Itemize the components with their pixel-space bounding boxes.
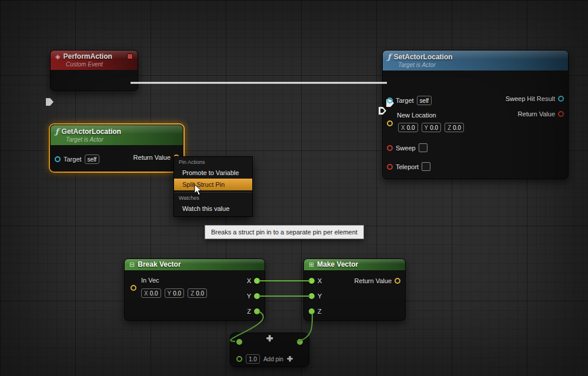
exec-out-pin[interactable] [379, 107, 386, 115]
teleport-checkbox[interactable] [422, 162, 430, 171]
node-header[interactable]: ⊞ Make Vector [304, 259, 405, 270]
node-title: GetActorLocation [62, 127, 121, 136]
target-pin[interactable] [387, 98, 393, 103]
target-pin[interactable] [55, 156, 61, 162]
node-title: Make Vector [317, 260, 358, 268]
sweep-hit-result-pin[interactable] [558, 96, 564, 102]
out-z-label: Z [247, 308, 251, 315]
node-title: PerformAction [63, 52, 112, 61]
node-add[interactable]: ✚ 1.0 Add pin ✚ [230, 333, 309, 367]
return-value-pin[interactable] [558, 111, 564, 117]
target-value-field[interactable]: self [85, 155, 100, 164]
sweep-pin[interactable] [387, 145, 393, 151]
sweep-label: Sweep [396, 145, 416, 152]
node-subtitle: Custom Event [66, 61, 133, 68]
node-title: Break Vector [138, 260, 181, 268]
add-in-a-pin[interactable] [236, 339, 242, 345]
add-out-pin[interactable] [297, 339, 303, 345]
node-header[interactable]: ◈ PerformAction Custom Event [51, 51, 138, 70]
out-y-pin[interactable] [254, 293, 260, 299]
teleport-label: Teleport [396, 163, 419, 170]
in-vec-z-field[interactable]: Z 0.0 [188, 288, 207, 298]
sweep-checkbox[interactable] [419, 143, 427, 152]
target-label: Target [64, 156, 82, 163]
add-operator-icon: ✚ [266, 334, 273, 343]
new-location-z-field[interactable]: Z 0.0 [445, 123, 464, 132]
pin-context-menu: Pin Actions Promote to Variable Split St… [173, 156, 253, 217]
tooltip: Breaks a struct pin in to a separate pin… [205, 225, 364, 239]
function-icon: ƒ [387, 52, 391, 61]
in-vec-pin[interactable] [131, 285, 136, 291]
target-value-field[interactable]: self [417, 96, 432, 105]
menu-section-header: Watches [174, 192, 252, 203]
in-x-pin[interactable] [309, 278, 315, 284]
in-y-pin[interactable] [309, 293, 315, 299]
function-icon: ƒ [55, 127, 59, 136]
in-z-label: Z [318, 308, 322, 315]
add-in-b-pin[interactable] [236, 356, 242, 362]
make-struct-icon: ⊞ [309, 261, 314, 268]
exec-out-pin[interactable] [46, 98, 54, 106]
out-z-pin[interactable] [254, 308, 260, 314]
new-location-y-field[interactable]: Y 0.0 [422, 123, 442, 132]
new-location-label: New Location [397, 112, 436, 119]
node-get-actor-location[interactable]: ƒ GetActorLocation Target is Actor Targe… [50, 125, 183, 172]
return-value-pin[interactable] [395, 278, 400, 284]
node-set-actor-location[interactable]: ƒ SetActorLocation Target is Actor Targe… [382, 50, 569, 179]
node-subtitle: Target is Actor [66, 136, 178, 143]
add-pin-plus-icon[interactable]: ✚ [287, 355, 293, 363]
in-x-label: X [318, 277, 322, 284]
custom-event-icon: ◈ [55, 53, 60, 61]
in-y-label: Y [318, 293, 322, 300]
node-perform-action[interactable]: ◈ PerformAction Custom Event [50, 50, 138, 91]
node-header[interactable]: ƒ SetActorLocation Target is Actor [383, 51, 568, 70]
sweep-hit-result-label: Sweep Hit Result [506, 95, 555, 102]
node-header[interactable]: ⊟ Break Vector [125, 259, 265, 270]
add-in-b-field[interactable]: 1.0 [246, 354, 260, 364]
teleport-pin[interactable] [387, 164, 393, 170]
node-subtitle: Target is Actor [398, 62, 563, 68]
add-pin-label: Add pin [263, 356, 283, 362]
menu-item-promote-to-variable[interactable]: Promote to Variable [174, 167, 252, 179]
break-struct-icon: ⊟ [129, 261, 135, 268]
menu-item-split-struct-pin[interactable]: Split Struct Pin [174, 179, 252, 190]
return-value-label: Return Value [133, 154, 171, 161]
menu-section-header: Pin Actions [174, 157, 252, 167]
new-location-x-field[interactable]: X 0.0 [398, 123, 418, 132]
event-binding-indicator [127, 53, 133, 59]
node-break-vector[interactable]: ⊟ Break Vector In Vec X 0.0 Y 0.0 Z 0.0 … [124, 258, 265, 321]
in-vec-y-field[interactable]: Y 0.0 [165, 288, 185, 298]
new-location-pin[interactable] [387, 120, 393, 126]
blueprint-canvas[interactable]: ◈ PerformAction Custom Event ƒ SetActorL… [0, 0, 588, 376]
out-y-label: Y [247, 293, 251, 300]
in-vec-label: In Vec [141, 277, 159, 284]
menu-item-watch-this-value[interactable]: Watch this value [174, 203, 252, 214]
in-z-pin[interactable] [309, 308, 315, 314]
target-label: Target [396, 97, 414, 104]
out-x-label: X [247, 277, 251, 284]
in-vec-x-field[interactable]: X 0.0 [141, 288, 161, 298]
out-x-pin[interactable] [254, 278, 260, 284]
return-value-label: Return Value [355, 277, 392, 284]
node-title: SetActorLocation [394, 53, 453, 61]
node-header[interactable]: ƒ GetActorLocation Target is Actor [51, 125, 183, 145]
return-value-label: Return Value [518, 110, 555, 118]
node-make-vector[interactable]: ⊞ Make Vector X Y Z Return Value [303, 258, 406, 321]
